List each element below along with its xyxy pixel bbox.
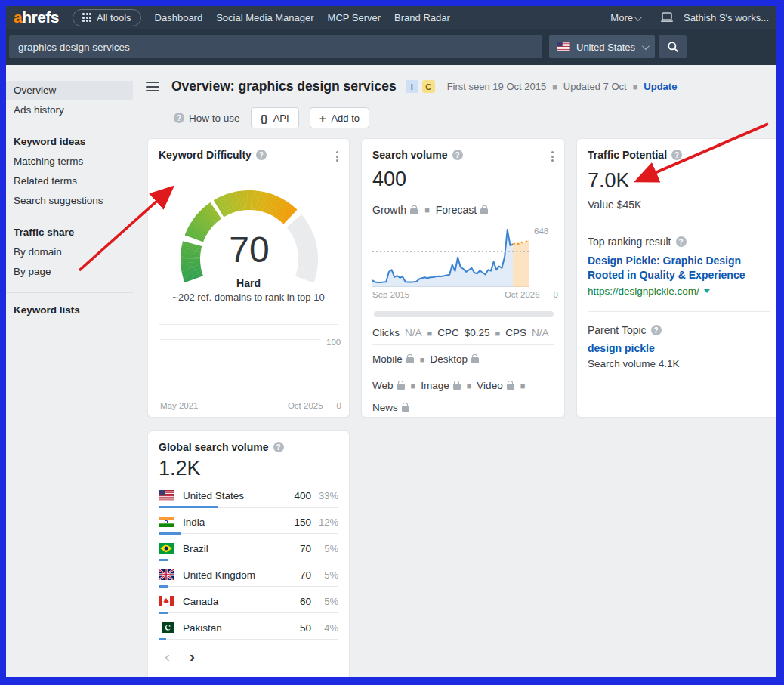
sidebar-item-traffic-share[interactable]: Traffic share: [6, 223, 133, 242]
result-url-link[interactable]: https://designpickle.com/: [588, 285, 710, 297]
search-icon: [667, 41, 679, 53]
growth-tab[interactable]: Growth: [372, 204, 418, 216]
sv-xend-label: Oct 2026: [505, 290, 540, 299]
news-tab[interactable]: News: [372, 400, 410, 416]
prev-page-button[interactable]: ‹: [165, 647, 170, 665]
lock-icon: [453, 384, 461, 390]
country-row[interactable]: United States40033%: [159, 484, 338, 504]
sv-history-chart-area: [372, 224, 529, 287]
chart-scrollbar[interactable]: [374, 311, 554, 317]
sidebar-item-related-terms[interactable]: Related terms: [6, 171, 133, 191]
question-icon[interactable]: ?: [452, 150, 463, 160]
sidebar-item-by-page[interactable]: By page: [6, 262, 133, 282]
search-bar-row: United States: [6, 29, 776, 65]
api-button[interactable]: {} API: [251, 107, 299, 128]
country-row[interactable]: Pakistan504%: [159, 616, 338, 636]
keyword-search-input[interactable]: [9, 35, 542, 58]
lock-icon: [471, 357, 479, 363]
kd-chart-footer: May 2021 Oct 2025 0: [160, 401, 341, 410]
image-tab[interactable]: Image: [421, 378, 461, 394]
web-tab[interactable]: Web: [372, 378, 406, 394]
update-link[interactable]: Update: [644, 81, 677, 92]
question-icon[interactable]: ?: [676, 236, 687, 247]
menu-toggle-icon[interactable]: [146, 82, 159, 91]
nav-item-social-media-manager[interactable]: Social Media Manager: [216, 12, 313, 23]
sv-clicks-row: Clicks N/A ■ CPC $0.25 ■ CPS N/A: [372, 325, 555, 341]
how-to-use-link[interactable]: ? How to use: [174, 113, 240, 124]
tp-value-note: Value $45K: [588, 199, 641, 211]
dot-separator: ■: [633, 82, 638, 91]
list-item: United Kingdom705%: [159, 563, 338, 590]
kebab-menu-icon[interactable]: [335, 150, 340, 163]
country-name: Brazil: [183, 543, 208, 554]
all-tools-button[interactable]: All tools: [73, 9, 141, 26]
card-divider: [588, 311, 770, 312]
nav-item-dashboard[interactable]: Dashboard: [155, 12, 203, 23]
how-to-use-label: How to use: [189, 113, 240, 124]
country-flag-icon: [159, 569, 174, 580]
search-button[interactable]: [659, 35, 687, 58]
parent-topic-link[interactable]: design pickle: [588, 341, 770, 356]
add-to-button[interactable]: + Add to: [310, 107, 369, 128]
ahrefs-logo[interactable]: ahrefs: [14, 8, 59, 26]
country-select[interactable]: United States: [549, 35, 655, 58]
country-percent: 5%: [311, 596, 338, 607]
sidebar-item-keyword-lists[interactable]: Keyword lists: [6, 301, 133, 320]
caret-down-icon[interactable]: [704, 289, 710, 293]
country-share-bar: [159, 506, 338, 508]
kebab-menu-icon[interactable]: [550, 150, 555, 163]
tp-value: 7.0K: [588, 169, 630, 193]
country-row[interactable]: United Kingdom705%: [159, 563, 338, 583]
serp-feature-badge-i[interactable]: I: [406, 80, 418, 93]
video-tab[interactable]: Video: [477, 378, 514, 394]
forecast-tab[interactable]: Forecast: [436, 204, 489, 216]
dot-separator: ■: [495, 325, 500, 341]
country-select-label: United States: [576, 42, 635, 53]
cps-value: N/A: [532, 325, 549, 341]
country-percent: 5%: [311, 569, 338, 581]
question-icon[interactable]: ?: [273, 442, 284, 452]
sidebar-item-by-domain[interactable]: By domain: [6, 242, 133, 262]
lock-icon: [397, 384, 405, 390]
serp-feature-badge-c[interactable]: C: [422, 80, 435, 93]
sidebar-item-ads-history[interactable]: Ads history: [6, 100, 133, 120]
chevron-down-icon: [642, 42, 650, 50]
country-flag-icon: [159, 517, 174, 527]
grid-icon: [82, 13, 91, 22]
country-name: India: [183, 517, 205, 528]
desktop-tab[interactable]: Desktop: [430, 351, 480, 368]
account-workspace[interactable]: Sathish S's works...: [684, 12, 769, 23]
top-ranking-result-link[interactable]: Design Pickle: Graphic Design Rooted in …: [588, 254, 770, 282]
country-row[interactable]: India15012%: [159, 511, 338, 530]
kd-ymax-label: 100: [326, 338, 341, 347]
question-icon[interactable]: ?: [651, 325, 662, 335]
country-row[interactable]: Brazil705%: [159, 537, 338, 557]
card-header: Traffic Potential ?: [588, 149, 758, 161]
country-share-bar: [159, 532, 338, 535]
question-icon[interactable]: ?: [256, 150, 267, 160]
question-icon[interactable]: ?: [671, 150, 682, 160]
country-row[interactable]: Canada605%: [159, 590, 338, 609]
dot-separator: ■: [552, 82, 557, 91]
lock-icon: [402, 406, 409, 412]
sidebar-item-matching-terms[interactable]: Matching terms: [6, 152, 133, 171]
parent-topic-volume: Search volume 4.1K: [588, 358, 680, 369]
country-share-bar: [159, 559, 338, 561]
nav-right-group: More Sathish S's works...: [610, 11, 769, 24]
sidebar-item-overview[interactable]: Overview: [6, 81, 133, 100]
country-share-bar: [159, 612, 338, 614]
parent-topic-label: Parent Topic ?: [588, 324, 662, 336]
nav-item-mcp-server[interactable]: MCP Server: [328, 12, 381, 23]
sidebar-item-search-suggestions[interactable]: Search suggestions: [6, 191, 133, 211]
more-menu[interactable]: More: [610, 12, 640, 23]
sv-vertical-row: Web ■ Image ■ Video ■ News: [372, 378, 536, 416]
country-flag-icon: [159, 490, 174, 501]
sidebar-item-keyword-ideas[interactable]: Keyword ideas: [6, 132, 133, 152]
updated-text: Updated 7 Oct: [563, 81, 627, 92]
card-header: Global search volume ?: [159, 441, 326, 453]
mobile-tab[interactable]: Mobile: [372, 351, 415, 368]
next-page-button[interactable]: ›: [190, 647, 195, 665]
page-header: Overview: graphics design services I C F…: [146, 79, 677, 94]
nav-item-brand-radar[interactable]: Brand Radar: [394, 12, 450, 23]
first-seen-text: First seen 19 Oct 2015: [447, 81, 547, 92]
